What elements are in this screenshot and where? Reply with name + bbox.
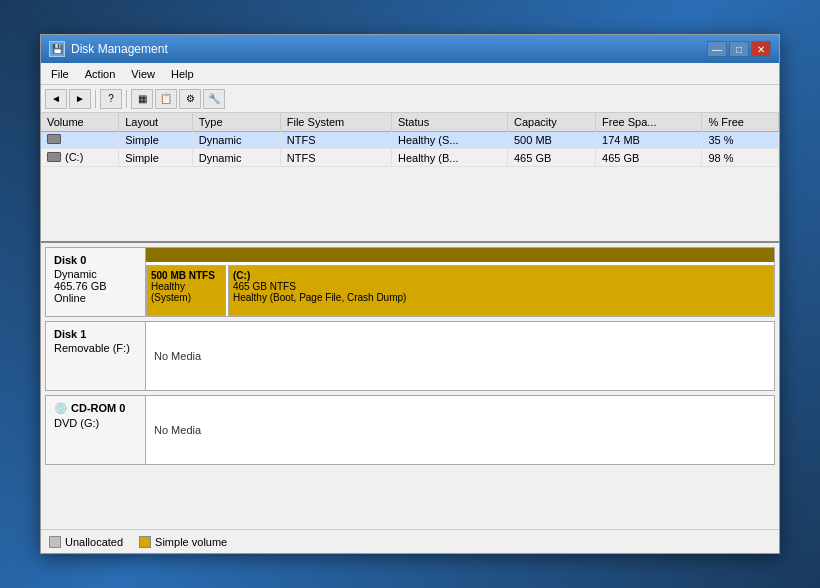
toolbar-separator-2 bbox=[126, 90, 127, 108]
cell-free: 465 GB bbox=[596, 149, 702, 167]
disk1-name: Disk 1 bbox=[54, 328, 137, 340]
view-button[interactable]: ▦ bbox=[131, 89, 153, 109]
table-container[interactable]: Volume Layout Type File System Status Ca… bbox=[41, 113, 779, 241]
disk0-header-bar bbox=[146, 248, 774, 262]
disk0-row: Disk 0 Dynamic 465.76 GB Online 500 MB N… bbox=[45, 247, 775, 317]
cdrom0-label: 💿 CD-ROM 0 DVD (G:) bbox=[46, 396, 146, 464]
table-row[interactable]: Simple Dynamic NTFS Healthy (S... 500 MB… bbox=[41, 132, 779, 149]
disk1-label: Disk 1 Removable (F:) bbox=[46, 322, 146, 390]
col-volume: Volume bbox=[41, 113, 119, 132]
simple-swatch bbox=[139, 536, 151, 548]
menu-help[interactable]: Help bbox=[165, 66, 200, 82]
cell-status: Healthy (B... bbox=[391, 149, 507, 167]
volume-table: Volume Layout Type File System Status Ca… bbox=[41, 113, 779, 167]
part-system-label: 500 MB NTFS bbox=[151, 270, 221, 281]
cell-free: 174 MB bbox=[596, 132, 702, 149]
col-free: Free Spa... bbox=[596, 113, 702, 132]
disk0-status: Online bbox=[54, 292, 137, 304]
close-button[interactable]: ✕ bbox=[751, 41, 771, 57]
cell-layout: Simple bbox=[119, 149, 193, 167]
legend-bar: Unallocated Simple volume bbox=[41, 529, 779, 553]
cell-layout: Simple bbox=[119, 132, 193, 149]
toolbar-separator-1 bbox=[95, 90, 96, 108]
disk1-row: Disk 1 Removable (F:) No Media bbox=[45, 321, 775, 391]
menu-bar: File Action View Help bbox=[41, 63, 779, 85]
disk0-layout: 500 MB NTFS Healthy (System) (C:) 465 GB… bbox=[146, 248, 774, 316]
disk-layout-section: Disk 0 Dynamic 465.76 GB Online 500 MB N… bbox=[41, 243, 779, 529]
disk-icon-sm bbox=[47, 152, 61, 162]
menu-view[interactable]: View bbox=[125, 66, 161, 82]
window-title: Disk Management bbox=[71, 42, 168, 56]
title-bar: 💾 Disk Management — □ ✕ bbox=[41, 35, 779, 63]
cell-fs: NTFS bbox=[280, 149, 391, 167]
cell-capacity: 500 MB bbox=[508, 132, 596, 149]
cell-fs: NTFS bbox=[280, 132, 391, 149]
part-c-detail: Healthy (Boot, Page File, Crash Dump) bbox=[233, 292, 769, 303]
cdrom0-type: DVD (G:) bbox=[54, 417, 137, 429]
table-row[interactable]: (C:) Simple Dynamic NTFS Healthy (B... 4… bbox=[41, 149, 779, 167]
cell-capacity: 465 GB bbox=[508, 149, 596, 167]
cdrom0-row: 💿 CD-ROM 0 DVD (G:) No Media bbox=[45, 395, 775, 465]
content-area: Volume Layout Type File System Status Ca… bbox=[41, 113, 779, 553]
cell-type: Dynamic bbox=[192, 132, 280, 149]
help-toolbar-button[interactable]: ? bbox=[100, 89, 122, 109]
disk1-no-media-text: No Media bbox=[154, 350, 201, 362]
part-c-label: 465 GB NTFS bbox=[233, 281, 769, 292]
disk0-type: Dynamic bbox=[54, 268, 137, 280]
toolbar: ◄ ► ? ▦ 📋 ⚙ 🔧 bbox=[41, 85, 779, 113]
part-system-detail: Healthy (System) bbox=[151, 281, 221, 303]
disk1-type: Removable (F:) bbox=[54, 342, 137, 354]
part-c-name: (C:) bbox=[233, 270, 769, 281]
partition-system[interactable]: 500 MB NTFS Healthy (System) bbox=[146, 265, 226, 316]
cell-pct: 98 % bbox=[702, 149, 779, 167]
back-button[interactable]: ◄ bbox=[45, 89, 67, 109]
cell-type: Dynamic bbox=[192, 149, 280, 167]
forward-button[interactable]: ► bbox=[69, 89, 91, 109]
cdrom0-no-media-text: No Media bbox=[154, 424, 201, 436]
partition-c[interactable]: (C:) 465 GB NTFS Healthy (Boot, Page Fil… bbox=[228, 265, 774, 316]
cell-volume: (C:) bbox=[41, 149, 119, 167]
help2-button[interactable]: 🔧 bbox=[203, 89, 225, 109]
title-bar-left: 💾 Disk Management bbox=[49, 41, 168, 57]
cell-volume bbox=[41, 132, 119, 149]
cdrom0-name: 💿 CD-ROM 0 bbox=[54, 402, 137, 415]
title-buttons: — □ ✕ bbox=[707, 41, 771, 57]
disk-management-window: 💾 Disk Management — □ ✕ File Action View… bbox=[40, 34, 780, 554]
col-layout: Layout bbox=[119, 113, 193, 132]
disk0-partitions: 500 MB NTFS Healthy (System) (C:) 465 GB… bbox=[146, 265, 774, 316]
volume-table-section: Volume Layout Type File System Status Ca… bbox=[41, 113, 779, 243]
legend-simple: Simple volume bbox=[139, 536, 227, 548]
col-status: Status bbox=[391, 113, 507, 132]
disk1-no-media: No Media bbox=[146, 322, 774, 390]
disk0-name: Disk 0 bbox=[54, 254, 137, 266]
minimize-button[interactable]: — bbox=[707, 41, 727, 57]
col-filesystem: File System bbox=[280, 113, 391, 132]
simple-label: Simple volume bbox=[155, 536, 227, 548]
legend-unallocated: Unallocated bbox=[49, 536, 123, 548]
cell-pct: 35 % bbox=[702, 132, 779, 149]
disk0-label: Disk 0 Dynamic 465.76 GB Online bbox=[46, 248, 146, 316]
col-capacity: Capacity bbox=[508, 113, 596, 132]
col-type: Type bbox=[192, 113, 280, 132]
unallocated-swatch bbox=[49, 536, 61, 548]
col-pctfree: % Free bbox=[702, 113, 779, 132]
menu-action[interactable]: Action bbox=[79, 66, 122, 82]
disk0-size: 465.76 GB bbox=[54, 280, 137, 292]
unallocated-label: Unallocated bbox=[65, 536, 123, 548]
properties-button[interactable]: 📋 bbox=[155, 89, 177, 109]
cdrom0-no-media: No Media bbox=[146, 396, 774, 464]
table-header-row: Volume Layout Type File System Status Ca… bbox=[41, 113, 779, 132]
cell-status: Healthy (S... bbox=[391, 132, 507, 149]
app-icon: 💾 bbox=[49, 41, 65, 57]
disk-icon-sm bbox=[47, 134, 61, 144]
maximize-button[interactable]: □ bbox=[729, 41, 749, 57]
menu-file[interactable]: File bbox=[45, 66, 75, 82]
settings-button[interactable]: ⚙ bbox=[179, 89, 201, 109]
